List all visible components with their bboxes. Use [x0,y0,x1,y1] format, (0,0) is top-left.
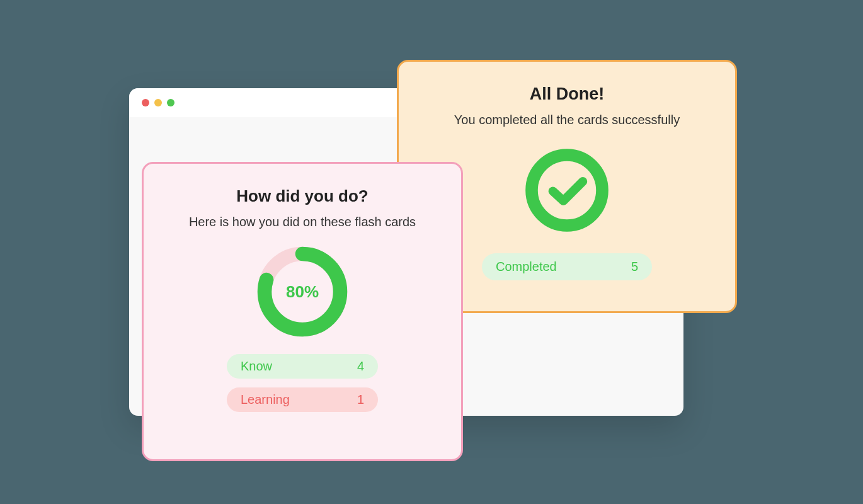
learning-value: 1 [357,392,364,407]
completed-value: 5 [631,260,638,274]
minimize-icon[interactable] [154,99,162,106]
know-value: 4 [357,359,364,374]
completed-label: Completed [496,260,557,274]
learning-label: Learning [241,392,290,407]
completion-title: All Done! [530,84,605,104]
learning-stat: Learning 1 [227,387,378,412]
maximize-icon[interactable] [167,99,174,106]
progress-percent-label: 80% [255,244,350,339]
know-label: Know [241,359,272,374]
stat-list: Know 4 Learning 1 [227,354,378,412]
progress-donut: 80% [255,244,350,339]
results-title: How did you do? [236,186,368,206]
know-stat: Know 4 [227,354,378,379]
completion-subtitle: You completed all the cards successfully [454,113,680,127]
completed-stat: Completed 5 [482,253,652,280]
close-icon[interactable] [142,99,149,106]
svg-point-0 [532,155,602,226]
results-card: How did you do? Here is how you did on t… [142,162,463,461]
check-circle-icon [523,146,611,234]
results-subtitle: Here is how you did on these flash cards [189,215,416,229]
